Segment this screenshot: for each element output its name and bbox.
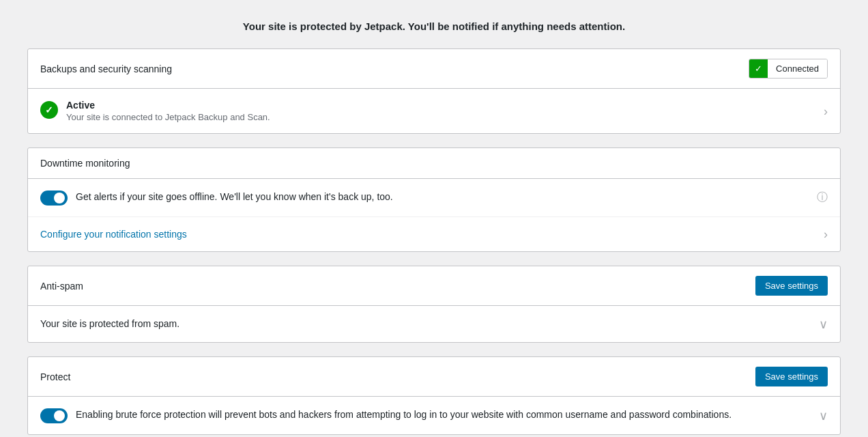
active-status-icon — [40, 101, 58, 119]
backups-active-info: Active Your site is connected to Jetpack… — [66, 100, 270, 122]
backups-header-title: Backups and security scanning — [40, 64, 172, 74]
downtime-configure-row[interactable]: Configure your notification settings › — [28, 217, 840, 251]
downtime-configure-right: › — [824, 228, 828, 240]
downtime-card-body: Get alerts if your site goes offline. We… — [28, 179, 840, 251]
protect-header-title: Protect — [40, 371, 70, 382]
protect-body-right: ∨ — [819, 410, 828, 422]
antispam-header-title: Anti-spam — [40, 281, 83, 292]
downtime-toggle[interactable] — [40, 191, 68, 206]
downtime-card: Downtime monitoring Get alerts if your s… — [27, 147, 841, 252]
backups-active-row[interactable]: Active Your site is connected to Jetpack… — [28, 89, 840, 133]
downtime-toggle-slider — [40, 191, 68, 206]
downtime-alert-text: Get alerts if your site goes offline. We… — [76, 190, 393, 204]
connected-badge: ✓ Connected — [749, 59, 828, 79]
backups-card: Backups and security scanning ✓ Connecte… — [27, 48, 841, 134]
configure-link[interactable]: Configure your notification settings — [40, 229, 187, 240]
chevron-right-icon: › — [824, 105, 828, 117]
antispam-body-right: ∨ — [819, 318, 828, 330]
backups-card-body: Active Your site is connected to Jetpack… — [28, 89, 840, 133]
backups-chevron-right: › — [824, 105, 828, 117]
downtime-configure-left: Configure your notification settings — [40, 229, 813, 240]
configure-chevron-right-icon: › — [824, 228, 828, 240]
backups-active-left: Active Your site is connected to Jetpack… — [40, 100, 813, 122]
antispam-chevron-down-icon: ∨ — [819, 318, 828, 330]
downtime-info-right: ⓘ — [817, 191, 828, 205]
protect-card-header: Protect Save settings — [28, 357, 840, 397]
antispam-save-button[interactable]: Save settings — [755, 276, 828, 296]
protect-save-button[interactable]: Save settings — [755, 367, 828, 386]
antispam-card-header: Anti-spam Save settings — [28, 266, 840, 306]
antispam-card: Anti-spam Save settings Your site is pro… — [27, 266, 841, 343]
protect-card: Protect Save settings Enabling brute for… — [27, 356, 841, 435]
antispam-body-text: Your site is protected from spam. — [40, 317, 179, 331]
downtime-card-header: Downtime monitoring — [28, 148, 840, 179]
connected-check-icon: ✓ — [749, 59, 768, 78]
active-desc: Your site is connected to Jetpack Backup… — [66, 112, 270, 122]
backups-card-header: Backups and security scanning ✓ Connecte… — [28, 49, 840, 89]
protect-card-body: Enabling brute force protection will pre… — [28, 397, 840, 434]
downtime-toggle-row: Get alerts if your site goes offline. We… — [28, 179, 840, 217]
protect-chevron-down-icon: ∨ — [819, 410, 828, 422]
connected-label: Connected — [768, 59, 827, 78]
protect-toggle[interactable] — [40, 408, 68, 423]
antispam-body-row[interactable]: Your site is protected from spam. ∨ — [28, 306, 840, 342]
protect-toggle-slider — [40, 408, 68, 423]
protect-body-row: Enabling brute force protection will pre… — [28, 397, 840, 434]
protect-body-text: Enabling brute force protection will pre… — [76, 408, 732, 422]
antispam-card-body: Your site is protected from spam. ∨ — [28, 306, 840, 342]
page-title: Your site is protected by Jetpack. You'l… — [27, 20, 841, 32]
downtime-toggle-left: Get alerts if your site goes offline. We… — [40, 190, 806, 206]
info-icon: ⓘ — [817, 191, 828, 205]
downtime-header-title: Downtime monitoring — [40, 158, 130, 169]
active-label: Active — [66, 100, 270, 111]
protect-body-left: Enabling brute force protection will pre… — [40, 408, 808, 423]
antispam-body-left: Your site is protected from spam. — [40, 317, 808, 331]
